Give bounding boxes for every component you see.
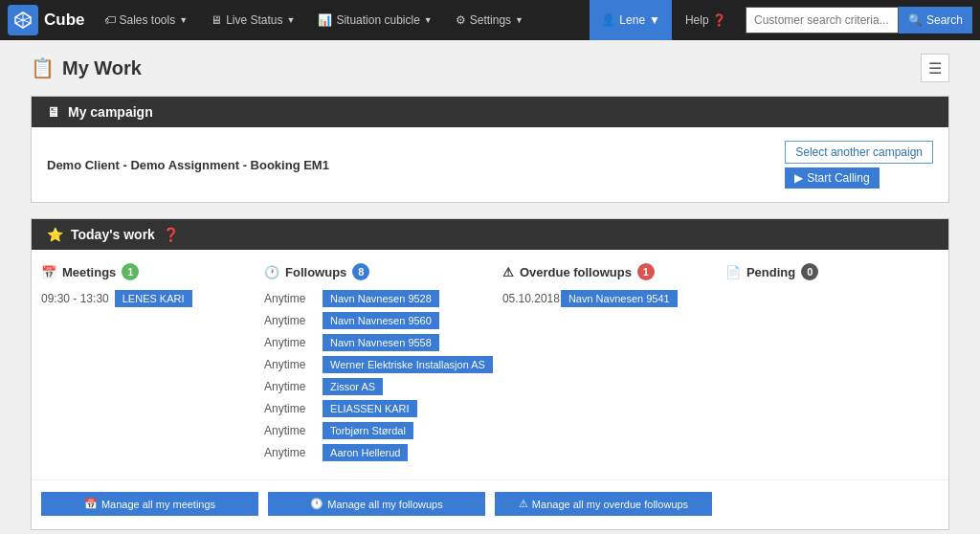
- nav-settings[interactable]: ⚙ Settings ▼: [446, 0, 533, 40]
- search-icon: 🔍: [908, 13, 923, 27]
- search-btn-label: Search: [926, 13, 963, 27]
- help-label: Help ❓: [685, 13, 726, 27]
- meeting-time: 09:30 - 13:30: [41, 292, 109, 305]
- manage-meetings-button[interactable]: 📅 Manage all my meetings: [41, 492, 258, 516]
- search-input[interactable]: [746, 7, 899, 33]
- start-calling-label: Start Calling: [807, 171, 869, 185]
- overdue-time: 05.10.2018: [502, 292, 555, 305]
- followup-name-tag[interactable]: Zissor AS: [323, 378, 383, 395]
- followups-column: 🕐 Followups 8 Anytime Navn Navnesen 9528…: [264, 263, 493, 466]
- list-item: Anytime Aaron Hellerud: [264, 444, 493, 461]
- list-item: Anytime Zissor AS: [264, 378, 493, 395]
- settings-icon: ⚙: [456, 13, 466, 27]
- manage-followups-label: Manage all my followups: [327, 499, 442, 510]
- navbar: Cube 🏷 Sales tools ▼ 🖥 Live Status ▼ 📊 S…: [0, 0, 980, 40]
- nav-live-status-label: Live Status: [226, 13, 282, 27]
- overdue-badge: 1: [637, 263, 655, 280]
- followup-name-tag[interactable]: Werner Elektriske Installasjon AS: [323, 356, 493, 373]
- followups-badge: 8: [352, 263, 369, 280]
- page-title-text: My Work: [62, 57, 142, 79]
- page-title-icon: 📋: [31, 56, 55, 79]
- campaign-panel: 🖥 My campaign Demo Client - Demo Assignm…: [31, 96, 949, 203]
- list-item: Anytime Navn Navnesen 9558: [264, 334, 493, 351]
- meeting-item: 09:30 - 13:30 LENES KARI: [41, 290, 255, 307]
- followup-time: Anytime: [264, 446, 317, 459]
- nav-sales-tools-label: Sales tools: [120, 13, 176, 27]
- main-content: 📋 My Work ☰ 🖥 My campaign Demo Client - …: [11, 40, 969, 534]
- overdue-label: Overdue followups: [520, 265, 632, 279]
- followup-time: Anytime: [264, 402, 317, 415]
- logo-icon: [8, 5, 38, 35]
- start-calling-button[interactable]: ▶ Start Calling: [785, 167, 879, 189]
- campaign-body: Demo Client - Demo Assignment - Booking …: [32, 127, 948, 202]
- brand-name: Cube: [44, 11, 85, 30]
- list-item: Anytime Werner Elektriske Installasjon A…: [264, 356, 493, 373]
- followup-name-tag[interactable]: Navn Navnesen 9558: [323, 334, 439, 351]
- play-icon: ▶: [794, 171, 803, 185]
- followup-name-tag[interactable]: Aaron Hellerud: [323, 444, 408, 461]
- sales-tools-icon: 🏷: [104, 13, 116, 27]
- meetings-badge: 1: [122, 263, 139, 280]
- work-columns: 📅 Meetings 1 09:30 - 13:30 LENES KARI 🕐 …: [32, 250, 948, 479]
- nav-live-status[interactable]: 🖥 Live Status ▼: [201, 0, 304, 40]
- select-campaign-button[interactable]: Select another campaign: [785, 141, 933, 164]
- list-item: 05.10.2018 Navn Navnesen 9541: [502, 290, 716, 307]
- manage-overdue-label: Manage all my overdue followups: [532, 499, 688, 510]
- chevron-down-icon: ▼: [179, 15, 188, 25]
- list-item: Anytime Navn Navnesen 9560: [264, 312, 493, 329]
- chevron-down-icon2: ▼: [287, 15, 296, 25]
- clock-icon: 🕐: [264, 265, 279, 279]
- nav-sales-tools[interactable]: 🏷 Sales tools ▼: [95, 0, 198, 40]
- chevron-down-icon3: ▼: [424, 15, 433, 25]
- campaign-header-icon: 🖥: [47, 104, 60, 120]
- page-title-row: 📋 My Work ☰: [31, 54, 949, 82]
- user-chevron-icon: ▼: [649, 13, 660, 27]
- followup-name-tag[interactable]: Navn Navnesen 9528: [323, 290, 439, 307]
- campaign-row: Demo Client - Demo Assignment - Booking …: [47, 141, 933, 189]
- followup-time: Anytime: [264, 314, 317, 327]
- followup-name-tag[interactable]: Navn Navnesen 9560: [323, 312, 439, 329]
- campaign-header: 🖥 My campaign: [32, 97, 948, 127]
- campaign-header-label: My campaign: [68, 104, 153, 120]
- todays-work-panel: ⭐ Today's work ❓ 📅 Meetings 1 09:30 - 13…: [31, 218, 949, 530]
- followup-name-tag[interactable]: ELIASSEN KARI: [323, 400, 417, 417]
- pending-icon: 📄: [725, 265, 741, 279]
- list-item: Anytime ELIASSEN KARI: [264, 400, 493, 417]
- manage-followups-button[interactable]: 🕐 Manage all my followups: [268, 492, 485, 516]
- meetings-column: 📅 Meetings 1 09:30 - 13:30 LENES KARI: [41, 263, 255, 466]
- help-button[interactable]: Help ❓: [676, 0, 736, 40]
- manage-overdue-button[interactable]: ⚠ Manage all my overdue followups: [495, 492, 712, 516]
- user-menu[interactable]: 👤 Lene ▼: [590, 0, 672, 40]
- work-footer: 📅 Manage all my meetings 🕐 Manage all my…: [32, 479, 948, 529]
- nav-situation-cubicle[interactable]: 📊 Situation cubicle ▼: [308, 0, 441, 40]
- logo[interactable]: Cube: [8, 5, 85, 35]
- todays-work-label: Today's work: [71, 227, 155, 242]
- nav-settings-label: Settings: [470, 13, 511, 27]
- list-item: Anytime Torbjørn Størdal: [264, 422, 493, 439]
- chevron-down-icon4: ▼: [515, 15, 523, 25]
- overdue-name-tag[interactable]: Navn Navnesen 9541: [561, 290, 678, 307]
- meetings-header: 📅 Meetings 1: [41, 263, 255, 280]
- calendar-icon: 📅: [41, 265, 56, 279]
- followups-label: Followups: [285, 265, 346, 279]
- pending-column: 📄 Pending 0: [725, 263, 939, 466]
- followup-time: Anytime: [264, 358, 317, 371]
- star-icon: ⭐: [47, 227, 63, 242]
- hamburger-button[interactable]: ☰: [921, 54, 949, 82]
- followup-time: Anytime: [264, 292, 317, 305]
- search-button[interactable]: 🔍 Search: [899, 7, 972, 33]
- followup-time: Anytime: [264, 336, 317, 349]
- pending-footer-empty: [722, 492, 939, 516]
- meetings-label: Meetings: [62, 265, 116, 279]
- meeting-name-tag[interactable]: LENES KARI: [115, 290, 192, 307]
- campaign-name: Demo Client - Demo Assignment - Booking …: [47, 158, 329, 172]
- manage-meetings-icon: 📅: [84, 498, 98, 510]
- followups-header: 🕐 Followups 8: [264, 263, 493, 280]
- nav-situation-cubicle-label: Situation cubicle: [336, 13, 419, 27]
- situation-cubicle-icon: 📊: [318, 13, 332, 27]
- pending-badge: 0: [801, 263, 818, 280]
- list-item: Anytime Navn Navnesen 9528: [264, 290, 493, 307]
- campaign-actions: Select another campaign ▶ Start Calling: [785, 141, 933, 189]
- manage-overdue-icon: ⚠: [519, 498, 528, 510]
- followup-name-tag[interactable]: Torbjørn Størdal: [323, 422, 413, 439]
